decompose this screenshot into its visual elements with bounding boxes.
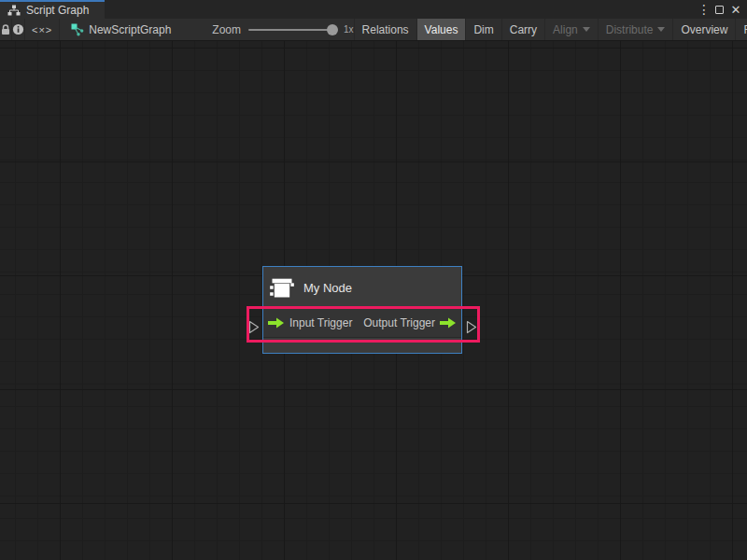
script-graph-window: Script Graph ⋮ ✕ — [0, 0, 747, 560]
info-button[interactable] — [12, 19, 25, 40]
align-dropdown[interactable]: Align — [544, 19, 598, 40]
graph-icon — [71, 23, 84, 36]
graph-node[interactable]: My Node Input Trigger Output Trigger — [262, 266, 462, 354]
node-header[interactable]: My Node — [263, 267, 461, 308]
flow-arrow-icon — [268, 316, 285, 329]
window-controls: ⋮ ✕ — [698, 0, 747, 19]
input-port-label: Input Trigger — [289, 316, 352, 329]
chevron-down-icon — [657, 27, 665, 32]
chevron-down-icon — [583, 27, 590, 32]
zoom-control: Zoom 1x — [180, 19, 353, 40]
zoom-slider-handle[interactable] — [327, 24, 338, 35]
node-ports-row: Input Trigger Output Trigger — [263, 308, 461, 338]
unit-icon — [269, 274, 295, 301]
node-footer — [263, 338, 461, 353]
relations-button[interactable]: Relations — [354, 19, 416, 40]
fullscreen-button[interactable]: Full Screen — [735, 19, 747, 40]
zoom-value: 1x — [344, 24, 354, 35]
info-icon — [12, 23, 24, 35]
dim-button[interactable]: Dim — [465, 19, 500, 40]
distribute-dropdown[interactable]: Distribute — [598, 19, 673, 40]
tab-script-graph[interactable]: Script Graph — [0, 0, 105, 19]
close-icon[interactable]: ✕ — [730, 4, 741, 16]
graph-name: NewScriptGraph — [89, 23, 171, 36]
graph-canvas[interactable]: My Node Input Trigger Output Trigger — [0, 41, 747, 560]
align-label: Align — [553, 23, 578, 36]
tab-title: Script Graph — [26, 4, 89, 17]
lock-icon — [0, 23, 11, 35]
zoom-label: Zoom — [212, 23, 241, 36]
code-preview-button[interactable]: <×> — [25, 19, 60, 40]
input-port[interactable]: Input Trigger — [268, 316, 352, 329]
toolbar-toggle-group: Relations Values Dim Carry Align Distrib… — [354, 19, 747, 40]
maximize-icon[interactable] — [715, 6, 724, 14]
distribute-label: Distribute — [606, 23, 654, 36]
node-title: My Node — [303, 281, 352, 295]
output-port[interactable]: Output Trigger — [363, 316, 457, 329]
zoom-slider[interactable] — [248, 29, 336, 31]
graph-toolbar: <×> NewScriptGraph Zoom 1x Relations Val… — [0, 19, 747, 41]
overview-button[interactable]: Overview — [672, 19, 735, 40]
output-port-connector[interactable] — [466, 320, 477, 338]
carry-button[interactable]: Carry — [501, 19, 544, 40]
hierarchy-icon — [7, 5, 21, 16]
input-port-connector[interactable] — [248, 320, 260, 338]
values-button[interactable]: Values — [416, 19, 466, 40]
graph-breadcrumb-button[interactable]: NewScriptGraph — [60, 19, 180, 40]
more-menu-icon[interactable]: ⋮ — [698, 3, 709, 16]
output-port-label: Output Trigger — [363, 316, 435, 329]
lock-button[interactable] — [0, 19, 12, 40]
flow-arrow-icon — [440, 316, 457, 329]
tab-bar: Script Graph ⋮ ✕ — [0, 0, 747, 19]
